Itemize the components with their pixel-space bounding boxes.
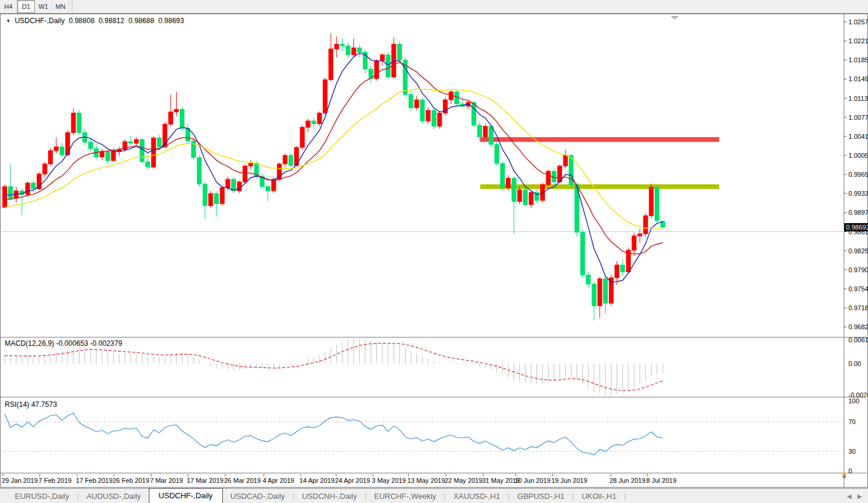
chart-window[interactable]: [0, 14, 868, 488]
macd-indicator-label: MACD(12,26,9) -0.000653 -0.002379: [5, 339, 122, 348]
tab-eurusd-daily[interactable]: EURUSD-,Daily: [7, 489, 77, 503]
tab-ukoil-h1[interactable]: UKOil-,H1: [574, 489, 624, 503]
period-button-mn[interactable]: MN: [52, 0, 69, 13]
chart-tab-bar: EURUSD-,Daily|AUDUSD-,DailyUSDCHF-,Daily…: [0, 488, 868, 503]
period-button-w1[interactable]: W1: [35, 0, 52, 13]
ohlc-high: 0.98812: [98, 17, 124, 25]
tab-scroll-right-icon[interactable]: ▶: [857, 494, 862, 499]
rsi-indicator-label: RSI(14) 47.7573: [5, 400, 57, 409]
tab-usdchf-daily[interactable]: USDCHF-,Daily: [149, 488, 223, 503]
chart-title: ▼ USDCHF-,Daily 0.98808 0.98812 0.98688 …: [6, 17, 184, 25]
tab-scroll-left-icon[interactable]: ◀: [847, 494, 852, 499]
period-button-h4[interactable]: H4: [0, 0, 17, 13]
ohlc-close: 0.98693: [158, 17, 184, 25]
tab-eurchf-weekly[interactable]: EURCHF-,Weekly: [366, 489, 444, 503]
tab-xauusd-h1[interactable]: XAUUSD-,H1: [446, 489, 508, 503]
mt4-terminal: H4D1W1MN ▼ USDCHF-,Daily 0.98808 0.98812…: [0, 0, 868, 503]
period-toolbar: H4D1W1MN: [0, 0, 868, 14]
tab-scroll-arrows: ◀▶: [847, 494, 868, 503]
period-button-d1[interactable]: D1: [17, 0, 35, 13]
toolbar-separator: [69, 0, 72, 13]
tab-separator: |: [624, 492, 626, 503]
ohlc-open: 0.98808: [69, 17, 94, 25]
tab-audusd-daily[interactable]: AUDUSD-,Daily: [79, 489, 149, 503]
chart-symbol-label: USDCHF-,Daily: [15, 17, 65, 25]
window-menu-icon[interactable]: ▼: [6, 18, 11, 24]
tab-usdcnh-daily[interactable]: USDCNH-,Daily: [294, 489, 364, 503]
tab-gbpusd-h1[interactable]: GBPUSD-,H1: [510, 489, 572, 503]
ohlc-low: 0.98688: [129, 17, 154, 25]
tab-usdcad-daily[interactable]: USDCAD-,Daily: [223, 489, 293, 503]
